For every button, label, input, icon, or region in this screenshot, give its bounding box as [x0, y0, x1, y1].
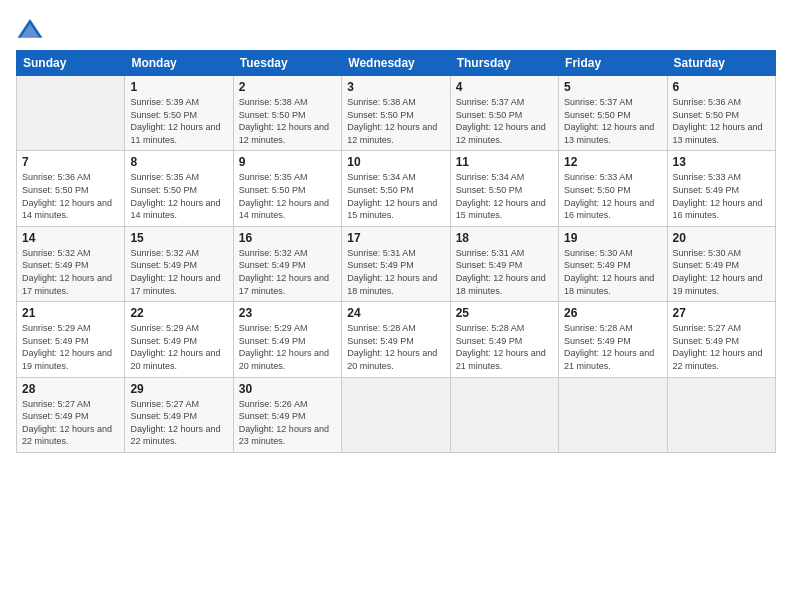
day-sunrise: Sunrise: 5:27 AM [673, 323, 742, 333]
weekday-header-monday: Monday [125, 51, 233, 76]
day-daylight: Daylight: 12 hours and 16 minutes. [564, 198, 654, 221]
day-sunset: Sunset: 5:49 PM [239, 411, 306, 421]
day-number: 27 [673, 306, 770, 320]
day-sunrise: Sunrise: 5:38 AM [347, 97, 416, 107]
page-header [16, 16, 776, 44]
day-number: 21 [22, 306, 119, 320]
day-sunset: Sunset: 5:49 PM [130, 336, 197, 346]
calendar-cell [17, 76, 125, 151]
day-sunrise: Sunrise: 5:36 AM [673, 97, 742, 107]
day-daylight: Daylight: 12 hours and 15 minutes. [456, 198, 546, 221]
day-daylight: Daylight: 12 hours and 18 minutes. [456, 273, 546, 296]
day-number: 8 [130, 155, 227, 169]
day-sunset: Sunset: 5:50 PM [456, 110, 523, 120]
calendar-cell: 28 Sunrise: 5:27 AM Sunset: 5:49 PM Dayl… [17, 377, 125, 452]
day-daylight: Daylight: 12 hours and 14 minutes. [239, 198, 329, 221]
day-sunset: Sunset: 5:50 PM [564, 185, 631, 195]
day-sunset: Sunset: 5:49 PM [130, 260, 197, 270]
calendar-cell: 29 Sunrise: 5:27 AM Sunset: 5:49 PM Dayl… [125, 377, 233, 452]
day-sunrise: Sunrise: 5:30 AM [673, 248, 742, 258]
day-sunset: Sunset: 5:50 PM [673, 110, 740, 120]
calendar-cell [450, 377, 558, 452]
calendar-cell: 4 Sunrise: 5:37 AM Sunset: 5:50 PM Dayli… [450, 76, 558, 151]
day-number: 20 [673, 231, 770, 245]
day-sunrise: Sunrise: 5:34 AM [347, 172, 416, 182]
day-sunrise: Sunrise: 5:32 AM [22, 248, 91, 258]
day-sunset: Sunset: 5:49 PM [22, 336, 89, 346]
calendar-cell: 9 Sunrise: 5:35 AM Sunset: 5:50 PM Dayli… [233, 151, 341, 226]
weekday-header-row: SundayMondayTuesdayWednesdayThursdayFrid… [17, 51, 776, 76]
day-sunrise: Sunrise: 5:37 AM [564, 97, 633, 107]
day-sunset: Sunset: 5:49 PM [22, 260, 89, 270]
calendar-cell: 18 Sunrise: 5:31 AM Sunset: 5:49 PM Dayl… [450, 226, 558, 301]
day-number: 12 [564, 155, 661, 169]
day-sunrise: Sunrise: 5:28 AM [564, 323, 633, 333]
day-sunset: Sunset: 5:49 PM [130, 411, 197, 421]
day-number: 10 [347, 155, 444, 169]
day-number: 25 [456, 306, 553, 320]
day-daylight: Daylight: 12 hours and 17 minutes. [130, 273, 220, 296]
calendar-cell: 5 Sunrise: 5:37 AM Sunset: 5:50 PM Dayli… [559, 76, 667, 151]
calendar-cell: 11 Sunrise: 5:34 AM Sunset: 5:50 PM Dayl… [450, 151, 558, 226]
day-sunset: Sunset: 5:50 PM [239, 185, 306, 195]
day-daylight: Daylight: 12 hours and 20 minutes. [130, 348, 220, 371]
day-sunrise: Sunrise: 5:32 AM [239, 248, 308, 258]
day-sunset: Sunset: 5:49 PM [347, 336, 414, 346]
day-daylight: Daylight: 12 hours and 18 minutes. [347, 273, 437, 296]
day-sunrise: Sunrise: 5:30 AM [564, 248, 633, 258]
day-daylight: Daylight: 12 hours and 14 minutes. [22, 198, 112, 221]
calendar-cell: 7 Sunrise: 5:36 AM Sunset: 5:50 PM Dayli… [17, 151, 125, 226]
day-sunset: Sunset: 5:49 PM [673, 336, 740, 346]
day-number: 14 [22, 231, 119, 245]
day-sunset: Sunset: 5:49 PM [22, 411, 89, 421]
day-daylight: Daylight: 12 hours and 13 minutes. [673, 122, 763, 145]
calendar-week-row: 28 Sunrise: 5:27 AM Sunset: 5:49 PM Dayl… [17, 377, 776, 452]
day-number: 19 [564, 231, 661, 245]
day-sunset: Sunset: 5:50 PM [22, 185, 89, 195]
logo [16, 16, 48, 44]
day-sunset: Sunset: 5:50 PM [347, 110, 414, 120]
day-sunset: Sunset: 5:50 PM [564, 110, 631, 120]
calendar-week-row: 21 Sunrise: 5:29 AM Sunset: 5:49 PM Dayl… [17, 302, 776, 377]
day-number: 26 [564, 306, 661, 320]
day-daylight: Daylight: 12 hours and 12 minutes. [239, 122, 329, 145]
day-sunrise: Sunrise: 5:28 AM [456, 323, 525, 333]
day-number: 18 [456, 231, 553, 245]
day-sunset: Sunset: 5:50 PM [347, 185, 414, 195]
day-daylight: Daylight: 12 hours and 17 minutes. [239, 273, 329, 296]
day-sunrise: Sunrise: 5:27 AM [22, 399, 91, 409]
weekday-header-thursday: Thursday [450, 51, 558, 76]
calendar-cell [559, 377, 667, 452]
day-sunrise: Sunrise: 5:27 AM [130, 399, 199, 409]
weekday-header-sunday: Sunday [17, 51, 125, 76]
calendar-cell: 1 Sunrise: 5:39 AM Sunset: 5:50 PM Dayli… [125, 76, 233, 151]
day-daylight: Daylight: 12 hours and 23 minutes. [239, 424, 329, 447]
calendar-cell: 16 Sunrise: 5:32 AM Sunset: 5:49 PM Dayl… [233, 226, 341, 301]
day-sunrise: Sunrise: 5:37 AM [456, 97, 525, 107]
day-daylight: Daylight: 12 hours and 20 minutes. [239, 348, 329, 371]
calendar-cell: 30 Sunrise: 5:26 AM Sunset: 5:49 PM Dayl… [233, 377, 341, 452]
day-number: 15 [130, 231, 227, 245]
day-daylight: Daylight: 12 hours and 19 minutes. [673, 273, 763, 296]
day-sunset: Sunset: 5:50 PM [130, 185, 197, 195]
day-number: 9 [239, 155, 336, 169]
day-number: 11 [456, 155, 553, 169]
day-sunrise: Sunrise: 5:39 AM [130, 97, 199, 107]
day-number: 17 [347, 231, 444, 245]
day-sunset: Sunset: 5:50 PM [239, 110, 306, 120]
calendar-cell: 12 Sunrise: 5:33 AM Sunset: 5:50 PM Dayl… [559, 151, 667, 226]
day-sunrise: Sunrise: 5:32 AM [130, 248, 199, 258]
calendar-cell: 8 Sunrise: 5:35 AM Sunset: 5:50 PM Dayli… [125, 151, 233, 226]
day-daylight: Daylight: 12 hours and 18 minutes. [564, 273, 654, 296]
day-number: 22 [130, 306, 227, 320]
day-sunrise: Sunrise: 5:29 AM [239, 323, 308, 333]
day-sunset: Sunset: 5:49 PM [673, 260, 740, 270]
weekday-header-wednesday: Wednesday [342, 51, 450, 76]
day-sunrise: Sunrise: 5:31 AM [456, 248, 525, 258]
calendar-cell: 22 Sunrise: 5:29 AM Sunset: 5:49 PM Dayl… [125, 302, 233, 377]
calendar-cell: 15 Sunrise: 5:32 AM Sunset: 5:49 PM Dayl… [125, 226, 233, 301]
day-number: 4 [456, 80, 553, 94]
calendar-week-row: 14 Sunrise: 5:32 AM Sunset: 5:49 PM Dayl… [17, 226, 776, 301]
day-sunrise: Sunrise: 5:26 AM [239, 399, 308, 409]
logo-icon [16, 16, 44, 44]
